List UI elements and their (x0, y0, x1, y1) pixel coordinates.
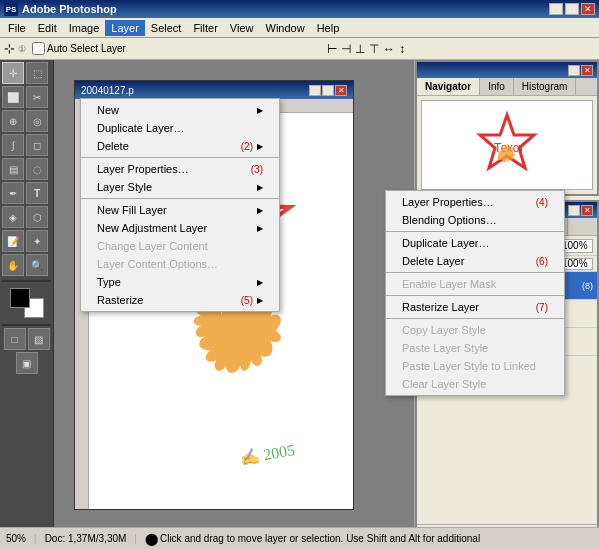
tab-histogram[interactable]: Histogram (514, 78, 577, 95)
ctx-sep-1 (386, 231, 564, 232)
layer-menu-new-fill[interactable]: New Fill Layer ▶ (81, 201, 279, 219)
options-bar: ⊹ ① Auto Select Layer ⊢ ⊣ ⊥ ⊤ ↔ ↕ (0, 38, 599, 60)
ctx-clear-style: Clear Layer Style (386, 375, 564, 393)
ctx-blending[interactable]: Blending Options… (386, 211, 564, 229)
auto-select-checkbox[interactable] (32, 42, 45, 55)
crop-tool[interactable]: ✂ (26, 86, 48, 108)
nav-close[interactable]: ✕ (581, 65, 593, 76)
standard-mode[interactable]: □ (4, 328, 26, 350)
arrow-icon: ▶ (257, 106, 263, 115)
layer-menu-type[interactable]: Type ▶ (81, 273, 279, 291)
menu-filter[interactable]: Filter (187, 20, 223, 36)
menu-select[interactable]: Select (145, 20, 188, 36)
layer-menu-duplicate[interactable]: Duplicate Layer… (81, 119, 279, 137)
foreground-color[interactable] (10, 288, 30, 308)
layer-menu-delete[interactable]: Delete (2) ▶ (81, 137, 279, 155)
canvas-filename: 20040127.p (81, 85, 134, 96)
tab-info[interactable]: Info (480, 78, 514, 95)
navigator-panel-title: _ ✕ (417, 62, 597, 78)
delete-num: (2) (241, 141, 253, 152)
tab-navigator[interactable]: Navigator (417, 78, 480, 95)
menu-layer[interactable]: Layer (105, 20, 145, 36)
menu-bar: File Edit Image Layer Select Filter View… (0, 18, 599, 38)
align-icon-6[interactable]: ↕ (399, 42, 405, 56)
ctx-rasterize[interactable]: Rasterize Layer (7) (386, 298, 564, 316)
zoom-tool[interactable]: 🔍 (26, 254, 48, 276)
layer-menu-adjustment[interactable]: New Adjustment Layer ▶ (81, 219, 279, 237)
shape-tool[interactable]: ⬡ (26, 206, 48, 228)
ctx-enable-mask: Enable Layer Mask (386, 275, 564, 293)
align-icon-3[interactable]: ⊥ (355, 42, 365, 56)
menu-help[interactable]: Help (311, 20, 346, 36)
app-icon: PS (4, 2, 18, 16)
auto-select-label: Auto Select Layer (47, 43, 126, 54)
layer-menu-properties[interactable]: Layer Properties… (3) (81, 160, 279, 178)
path-tool[interactable]: ◈ (2, 206, 24, 228)
eyedropper-tool[interactable]: ✦ (26, 230, 48, 252)
align-icon-5[interactable]: ↔ (383, 42, 395, 56)
layer-dropdown-menu: New ▶ Duplicate Layer… Delete (2) ▶ Laye… (80, 98, 280, 312)
toolbar: ✛ ⬚ ⬜ ✂ ⊕ ◎ ∫ ◻ ▤ ◌ ✒ T ◈ ⬡ 📝 ✦ (0, 60, 54, 549)
notes-tool[interactable]: 📝 (2, 230, 24, 252)
layer-menu-rasterize[interactable]: Rasterize (5) ▶ (81, 291, 279, 309)
status-bar: 50% | Doc: 1,37M/3,30M | ⬤ Click and dra… (0, 527, 599, 549)
zoom-level: 50% (6, 533, 26, 544)
ctx-properties[interactable]: Layer Properties… (4) (386, 193, 564, 211)
ctx-paste-linked: Paste Layer Style to Linked (386, 357, 564, 375)
ctx-sep-2 (386, 272, 564, 273)
menu-image[interactable]: Image (63, 20, 106, 36)
arrow-icon-type: ▶ (257, 278, 263, 287)
gradient-tool[interactable]: ▤ (2, 158, 24, 180)
app-title: Adobe Photoshop (22, 3, 117, 15)
text-tool[interactable]: T (26, 182, 48, 204)
nav-collapse[interactable]: _ (568, 65, 580, 76)
maximize-button[interactable]: □ (565, 3, 579, 15)
menu-separator-1 (81, 157, 279, 158)
canvas-maximize[interactable]: □ (322, 85, 334, 96)
quick-mask[interactable]: ▨ (28, 328, 50, 350)
selection-tool[interactable]: ⬜ (2, 86, 24, 108)
brush-tool[interactable]: ∫ (2, 134, 24, 156)
canvas-minimize[interactable]: _ (309, 85, 321, 96)
layer-menu-new[interactable]: New ▶ (81, 101, 279, 119)
main-area: ✛ ⬚ ⬜ ✂ ⊕ ◎ ∫ ◻ ▤ ◌ ✒ T ◈ ⬡ 📝 ✦ (0, 60, 599, 549)
minimize-button[interactable]: _ (549, 3, 563, 15)
title-bar-buttons: _ □ ✕ (549, 3, 595, 15)
nav-preview-content: Текст (422, 101, 592, 189)
menu-edit[interactable]: Edit (32, 20, 63, 36)
ctx-delete[interactable]: Delete Layer (6) (386, 252, 564, 270)
layer-menu-change-content: Change Layer Content (81, 237, 279, 255)
close-button[interactable]: ✕ (581, 3, 595, 15)
lasso-tool[interactable]: ⬚ (26, 62, 48, 84)
navigator-tabs: Navigator Info Histogram (417, 78, 597, 96)
color-swatches (10, 288, 44, 318)
stamp-tool[interactable]: ◎ (26, 110, 48, 132)
eraser-tool[interactable]: ◻ (26, 134, 48, 156)
move-tool-options: ⊹ (4, 41, 15, 56)
canvas-title-bar: 20040127.p _ □ ✕ (75, 81, 353, 99)
nav-preview-svg: Текст (462, 110, 552, 180)
pen-tool[interactable]: ✒ (2, 182, 24, 204)
canvas-close[interactable]: ✕ (335, 85, 347, 96)
menu-file[interactable]: File (2, 20, 32, 36)
move-tool[interactable]: ✛ (2, 62, 24, 84)
align-icon-1[interactable]: ⊢ (327, 42, 337, 56)
ctx-sep-4 (386, 318, 564, 319)
blur-tool[interactable]: ◌ (26, 158, 48, 180)
align-icon-4[interactable]: ⊤ (369, 42, 379, 56)
hand-tool[interactable]: ✋ (2, 254, 24, 276)
title-bar-content: PS Adobe Photoshop (4, 2, 117, 16)
align-icon-2[interactable]: ⊣ (341, 42, 351, 56)
layers-close[interactable]: ✕ (581, 205, 593, 216)
menu-window[interactable]: Window (260, 20, 311, 36)
ctx-duplicate[interactable]: Duplicate Layer… (386, 234, 564, 252)
standard-screen[interactable]: ▣ (16, 352, 38, 374)
layer-menu-style[interactable]: Layer Style ▶ (81, 178, 279, 196)
opacity-input[interactable] (561, 239, 593, 253)
heal-tool[interactable]: ⊕ (2, 110, 24, 132)
fill-input[interactable] (561, 258, 593, 270)
arrow-icon-delete: ▶ (257, 142, 263, 151)
menu-separator-2 (81, 198, 279, 199)
layers-collapse[interactable]: _ (568, 205, 580, 216)
menu-view[interactable]: View (224, 20, 260, 36)
